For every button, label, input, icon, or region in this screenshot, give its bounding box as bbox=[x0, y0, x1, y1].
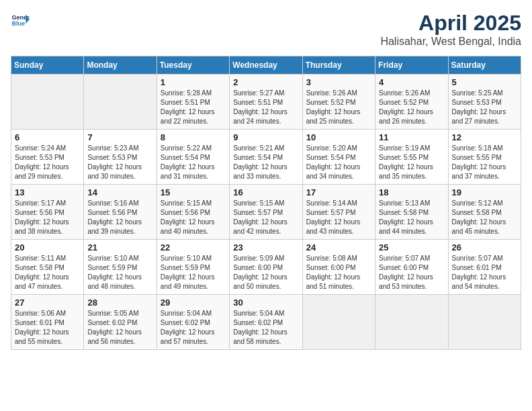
calendar-cell bbox=[375, 295, 448, 350]
calendar-table: SundayMondayTuesdayWednesdayThursdayFrid… bbox=[11, 56, 521, 350]
day-info: Sunrise: 5:08 AMSunset: 6:00 PMDaylight:… bbox=[306, 254, 371, 291]
day-of-week-header: Monday bbox=[84, 56, 157, 75]
day-info: Sunrise: 5:10 AMSunset: 5:59 PMDaylight:… bbox=[87, 254, 152, 291]
day-info: Sunrise: 5:12 AMSunset: 5:58 PMDaylight:… bbox=[452, 199, 517, 236]
calendar-cell: 12Sunrise: 5:18 AMSunset: 5:55 PMDayligh… bbox=[448, 130, 521, 185]
page-header: General Blue April 2025 Halisahar, West … bbox=[11, 11, 521, 48]
day-number: 28 bbox=[87, 298, 152, 308]
day-info: Sunrise: 5:07 AMSunset: 6:00 PMDaylight:… bbox=[379, 254, 444, 291]
day-number: 17 bbox=[306, 187, 371, 197]
calendar-cell: 18Sunrise: 5:13 AMSunset: 5:58 PMDayligh… bbox=[375, 185, 448, 240]
calendar-cell bbox=[302, 295, 375, 350]
calendar-cell: 29Sunrise: 5:04 AMSunset: 6:02 PMDayligh… bbox=[157, 295, 229, 350]
calendar-cell: 14Sunrise: 5:16 AMSunset: 5:56 PMDayligh… bbox=[84, 185, 157, 240]
day-info: Sunrise: 5:24 AMSunset: 5:53 PMDaylight:… bbox=[15, 144, 80, 181]
day-info: Sunrise: 5:10 AMSunset: 5:59 PMDaylight:… bbox=[161, 254, 226, 291]
day-info: Sunrise: 5:15 AMSunset: 5:57 PMDaylight:… bbox=[233, 199, 298, 236]
day-info: Sunrise: 5:21 AMSunset: 5:54 PMDaylight:… bbox=[233, 144, 298, 181]
calendar-cell: 26Sunrise: 5:07 AMSunset: 6:01 PMDayligh… bbox=[448, 240, 521, 295]
day-number: 13 bbox=[15, 187, 80, 197]
day-number: 2 bbox=[233, 77, 298, 87]
day-number: 23 bbox=[233, 242, 298, 253]
calendar-cell: 9Sunrise: 5:21 AMSunset: 5:54 PMDaylight… bbox=[230, 130, 302, 185]
day-number: 30 bbox=[233, 298, 298, 308]
day-number: 26 bbox=[452, 242, 517, 253]
day-number: 25 bbox=[379, 242, 444, 253]
day-info: Sunrise: 5:18 AMSunset: 5:55 PMDaylight:… bbox=[452, 144, 517, 181]
day-info: Sunrise: 5:15 AMSunset: 5:56 PMDaylight:… bbox=[161, 199, 226, 236]
calendar-subtitle: Halisahar, West Bengal, India bbox=[380, 36, 521, 48]
day-of-week-header: Thursday bbox=[302, 56, 375, 75]
calendar-cell: 2Sunrise: 5:27 AMSunset: 5:51 PMDaylight… bbox=[230, 75, 302, 130]
calendar-cell: 17Sunrise: 5:14 AMSunset: 5:57 PMDayligh… bbox=[302, 185, 375, 240]
day-number: 29 bbox=[161, 298, 226, 308]
day-info: Sunrise: 5:13 AMSunset: 5:58 PMDaylight:… bbox=[379, 199, 444, 236]
logo: General Blue bbox=[11, 11, 30, 30]
day-info: Sunrise: 5:27 AMSunset: 5:51 PMDaylight:… bbox=[233, 89, 298, 126]
day-of-week-header: Tuesday bbox=[157, 56, 229, 75]
calendar-cell: 27Sunrise: 5:06 AMSunset: 6:01 PMDayligh… bbox=[11, 295, 84, 350]
calendar-cell: 5Sunrise: 5:25 AMSunset: 5:53 PMDaylight… bbox=[448, 75, 521, 130]
day-number: 18 bbox=[379, 187, 444, 197]
day-number: 8 bbox=[161, 132, 226, 142]
day-of-week-header: Wednesday bbox=[230, 56, 302, 75]
day-number: 21 bbox=[87, 242, 152, 253]
calendar-cell: 22Sunrise: 5:10 AMSunset: 5:59 PMDayligh… bbox=[157, 240, 229, 295]
calendar-cell: 15Sunrise: 5:15 AMSunset: 5:56 PMDayligh… bbox=[157, 185, 229, 240]
day-number: 3 bbox=[306, 77, 371, 87]
svg-text:Blue: Blue bbox=[11, 20, 25, 27]
calendar-cell: 16Sunrise: 5:15 AMSunset: 5:57 PMDayligh… bbox=[230, 185, 302, 240]
day-info: Sunrise: 5:04 AMSunset: 6:02 PMDaylight:… bbox=[233, 309, 298, 347]
calendar-cell: 30Sunrise: 5:04 AMSunset: 6:02 PMDayligh… bbox=[230, 295, 302, 350]
day-info: Sunrise: 5:28 AMSunset: 5:51 PMDaylight:… bbox=[161, 89, 226, 126]
calendar-cell: 20Sunrise: 5:11 AMSunset: 5:58 PMDayligh… bbox=[11, 240, 84, 295]
calendar-cell: 8Sunrise: 5:22 AMSunset: 5:54 PMDaylight… bbox=[157, 130, 229, 185]
day-number: 7 bbox=[87, 132, 152, 142]
day-number: 27 bbox=[15, 298, 80, 308]
day-number: 22 bbox=[161, 242, 226, 253]
day-number: 4 bbox=[379, 77, 444, 87]
calendar-cell: 1Sunrise: 5:28 AMSunset: 5:51 PMDaylight… bbox=[157, 75, 229, 130]
day-number: 19 bbox=[452, 187, 517, 197]
day-of-week-header: Friday bbox=[375, 56, 448, 75]
day-number: 9 bbox=[233, 132, 298, 142]
logo-icon: General Blue bbox=[11, 11, 30, 30]
day-number: 6 bbox=[15, 132, 80, 142]
day-info: Sunrise: 5:23 AMSunset: 5:53 PMDaylight:… bbox=[87, 144, 152, 181]
day-number: 1 bbox=[161, 77, 226, 87]
calendar-cell: 7Sunrise: 5:23 AMSunset: 5:53 PMDaylight… bbox=[84, 130, 157, 185]
day-info: Sunrise: 5:06 AMSunset: 6:01 PMDaylight:… bbox=[15, 309, 80, 347]
calendar-cell: 19Sunrise: 5:12 AMSunset: 5:58 PMDayligh… bbox=[448, 185, 521, 240]
day-number: 11 bbox=[379, 132, 444, 142]
day-info: Sunrise: 5:25 AMSunset: 5:53 PMDaylight:… bbox=[452, 89, 517, 126]
day-info: Sunrise: 5:22 AMSunset: 5:54 PMDaylight:… bbox=[161, 144, 226, 181]
day-info: Sunrise: 5:14 AMSunset: 5:57 PMDaylight:… bbox=[306, 199, 371, 236]
calendar-cell: 28Sunrise: 5:05 AMSunset: 6:02 PMDayligh… bbox=[84, 295, 157, 350]
day-of-week-header: Saturday bbox=[448, 56, 521, 75]
calendar-cell: 25Sunrise: 5:07 AMSunset: 6:00 PMDayligh… bbox=[375, 240, 448, 295]
day-info: Sunrise: 5:16 AMSunset: 5:56 PMDaylight:… bbox=[87, 199, 152, 236]
day-info: Sunrise: 5:05 AMSunset: 6:02 PMDaylight:… bbox=[87, 309, 152, 347]
calendar-title: April 2025 bbox=[380, 11, 521, 36]
day-info: Sunrise: 5:11 AMSunset: 5:58 PMDaylight:… bbox=[15, 254, 80, 291]
day-number: 20 bbox=[15, 242, 80, 253]
day-info: Sunrise: 5:04 AMSunset: 6:02 PMDaylight:… bbox=[161, 309, 226, 347]
calendar-cell: 24Sunrise: 5:08 AMSunset: 6:00 PMDayligh… bbox=[302, 240, 375, 295]
day-info: Sunrise: 5:17 AMSunset: 5:56 PMDaylight:… bbox=[15, 199, 80, 236]
calendar-cell: 3Sunrise: 5:26 AMSunset: 5:52 PMDaylight… bbox=[302, 75, 375, 130]
calendar-cell: 23Sunrise: 5:09 AMSunset: 6:00 PMDayligh… bbox=[230, 240, 302, 295]
day-info: Sunrise: 5:07 AMSunset: 6:01 PMDaylight:… bbox=[452, 254, 517, 291]
day-number: 12 bbox=[452, 132, 517, 142]
day-number: 10 bbox=[306, 132, 371, 142]
calendar-cell bbox=[84, 75, 157, 130]
day-info: Sunrise: 5:19 AMSunset: 5:55 PMDaylight:… bbox=[379, 144, 444, 181]
day-of-week-header: Sunday bbox=[11, 56, 84, 75]
calendar-cell: 11Sunrise: 5:19 AMSunset: 5:55 PMDayligh… bbox=[375, 130, 448, 185]
day-info: Sunrise: 5:26 AMSunset: 5:52 PMDaylight:… bbox=[306, 89, 371, 126]
day-info: Sunrise: 5:20 AMSunset: 5:54 PMDaylight:… bbox=[306, 144, 371, 181]
day-info: Sunrise: 5:09 AMSunset: 6:00 PMDaylight:… bbox=[233, 254, 298, 291]
day-number: 14 bbox=[87, 187, 152, 197]
calendar-cell bbox=[448, 295, 521, 350]
calendar-cell: 21Sunrise: 5:10 AMSunset: 5:59 PMDayligh… bbox=[84, 240, 157, 295]
day-number: 15 bbox=[161, 187, 226, 197]
